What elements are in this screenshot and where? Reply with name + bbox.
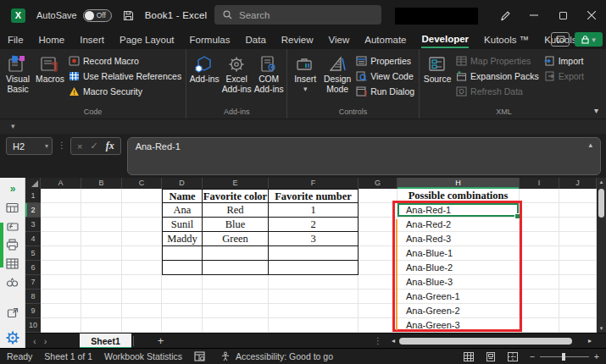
scroll-left-icon[interactable]: ◂ <box>389 337 398 345</box>
formula-helper-icon[interactable] <box>0 217 25 235</box>
cell-I9[interactable] <box>520 304 559 318</box>
autosave-toggle[interactable]: Off <box>83 9 112 22</box>
cell-C2[interactable] <box>122 203 162 218</box>
tab-insert[interactable]: Insert <box>72 30 112 49</box>
enter-icon[interactable]: ✓ <box>90 141 97 152</box>
share-button[interactable]: ▾ <box>575 32 603 47</box>
column-header-D[interactable]: D <box>162 178 203 189</box>
map-properties-button[interactable]: Map Properties <box>453 53 542 69</box>
com-add-ins-button[interactable]: COM Add-ins <box>253 51 285 94</box>
column-header-B[interactable]: B <box>81 178 122 189</box>
cell-F8[interactable] <box>269 290 359 304</box>
sheet-tab-sheet1[interactable]: Sheet1 <box>80 334 131 349</box>
cell-G3[interactable] <box>359 218 398 232</box>
cell-I5[interactable] <box>520 246 559 261</box>
cell-G9[interactable] <box>359 304 398 318</box>
macros-button[interactable]: Macros <box>34 51 66 85</box>
cell-H10[interactable]: Ana-Green-3 <box>398 318 520 333</box>
tab-review[interactable]: Review <box>274 30 321 49</box>
cell-D8[interactable] <box>162 290 203 304</box>
row-header-6[interactable]: 6 <box>25 261 41 275</box>
expansion-packs-button[interactable]: Expansion Packs <box>453 69 542 84</box>
cell-C7[interactable] <box>122 275 162 290</box>
zoom-slider[interactable] <box>540 356 589 357</box>
cell-C3[interactable] <box>122 218 162 232</box>
column-header-H[interactable]: H <box>398 178 520 189</box>
cell-I8[interactable] <box>520 290 559 304</box>
cell-A7[interactable] <box>41 275 81 290</box>
close-button[interactable] <box>577 0 606 30</box>
sheet-nav-right-icon[interactable]: › <box>44 336 55 346</box>
cell-B6[interactable] <box>81 261 122 275</box>
cancel-icon[interactable]: × <box>77 141 82 152</box>
cell-C10[interactable] <box>122 318 162 333</box>
tab-home[interactable]: Home <box>31 30 73 49</box>
worksheet-icon[interactable] <box>0 198 25 217</box>
zoom-out-icon[interactable]: − <box>530 351 535 361</box>
tab-automate[interactable]: Automate <box>357 30 414 49</box>
minimize-button[interactable] <box>520 0 548 30</box>
row-header-1[interactable]: 1 <box>25 189 41 203</box>
tab-kutools[interactable]: Kutools ™ <box>476 30 537 49</box>
scroll-down-icon[interactable]: ▾ <box>600 324 603 333</box>
cell-E10[interactable] <box>203 318 269 333</box>
run-dialog-button[interactable]: Run Dialog <box>353 84 417 99</box>
cell-A1[interactable] <box>41 189 81 203</box>
cell-E5[interactable] <box>203 246 269 261</box>
cell-E3[interactable]: Blue <box>203 218 269 232</box>
macro-security-button[interactable]: Macro Security <box>66 84 184 99</box>
column-header-G[interactable]: G <box>359 178 398 189</box>
sheet-nav-left-icon[interactable]: ‹ <box>25 336 44 346</box>
cell-A2[interactable] <box>41 203 81 218</box>
column-header-A[interactable]: A <box>41 178 81 189</box>
cell-A9[interactable] <box>41 304 81 318</box>
status-mode[interactable]: Ready <box>7 351 32 361</box>
cell-A5[interactable] <box>41 246 81 261</box>
cell-J8[interactable] <box>559 290 597 304</box>
row-header-3[interactable]: 3 <box>25 218 41 232</box>
scroll-right-icon[interactable]: ▸ <box>586 337 594 345</box>
cell-F10[interactable] <box>269 318 359 333</box>
cell-H8[interactable]: Ana-Green-1 <box>398 290 520 304</box>
settings-gear-icon[interactable] <box>0 328 25 347</box>
cell-E2[interactable]: Red <box>203 203 269 218</box>
cell-C5[interactable] <box>122 246 162 261</box>
cell-I6[interactable] <box>520 261 559 275</box>
cell-D1[interactable]: Name <box>162 189 203 203</box>
cell-I3[interactable] <box>520 218 559 232</box>
splitter-dots-icon[interactable]: ⋮ <box>374 336 382 345</box>
visual-basic-button[interactable]: Visual Basic <box>2 51 34 94</box>
cell-H3[interactable]: Ana-Red-2 <box>398 218 520 232</box>
cell-C8[interactable] <box>122 290 162 304</box>
page-break-view-icon[interactable] <box>508 352 518 361</box>
cell-I7[interactable] <box>520 275 559 290</box>
cell-E4[interactable]: Green <box>203 232 269 246</box>
cell-F3[interactable]: 2 <box>269 218 359 232</box>
cell-B1[interactable] <box>81 189 122 203</box>
cell-D4[interactable]: Maddy <box>162 232 203 246</box>
zoom-in-icon[interactable]: + <box>594 351 599 361</box>
cell-G1[interactable] <box>359 189 398 203</box>
cell-E7[interactable] <box>203 275 269 290</box>
comments-button[interactable] <box>551 32 570 47</box>
source-button[interactable]: Source <box>421 51 453 85</box>
cell-B8[interactable] <box>81 290 122 304</box>
cell-C9[interactable] <box>122 304 162 318</box>
cell-H5[interactable]: Ana-Blue-1 <box>398 246 520 261</box>
excel-logo-icon[interactable]: X <box>11 8 25 23</box>
cell-D2[interactable]: Ana <box>162 203 203 218</box>
save-icon[interactable] <box>123 10 134 21</box>
status-accessibility[interactable]: Accessibility: Good to go <box>236 351 333 361</box>
cell-J10[interactable] <box>559 318 597 333</box>
import-button[interactable]: Import <box>542 53 587 69</box>
cell-I10[interactable] <box>520 318 559 333</box>
cell-A10[interactable] <box>41 318 81 333</box>
cell-J3[interactable] <box>559 218 597 232</box>
cell-B2[interactable] <box>81 203 122 218</box>
cell-D6[interactable] <box>162 261 203 275</box>
macro-recording-icon[interactable] <box>194 351 205 361</box>
add-ins-button[interactable]: Add-ins <box>188 51 220 85</box>
table-grid-icon[interactable] <box>0 254 25 273</box>
cell-D5[interactable] <box>162 246 203 261</box>
cell-E1[interactable]: Favorite color <box>203 189 269 203</box>
